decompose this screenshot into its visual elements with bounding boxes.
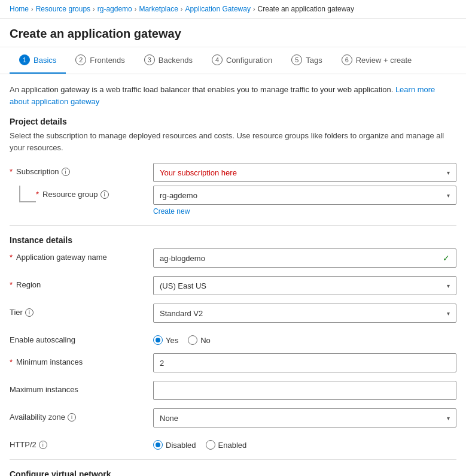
tab-num-4: 4 [212,54,223,65]
tab-tags[interactable]: 5 Tags [282,47,331,74]
breadcrumb-home[interactable]: Home [10,5,29,13]
tab-num-1: 1 [19,54,30,65]
page-title: Create an application gateway [0,19,466,47]
availability-zone-label: Availability zone i [10,408,153,422]
resource-group-create-new[interactable]: Create new [153,207,190,216]
gateway-name-label: * Application gateway name [10,248,153,262]
tab-label-review-create: Review + create [356,56,412,65]
subscription-dropdown[interactable]: Your subscription here ▾ [153,163,456,182]
resource-group-dropdown[interactable]: rg-agdemo ▾ [153,186,456,205]
resource-group-dropdown-arrow: ▾ [447,192,450,199]
subscription-dropdown-arrow: ▾ [447,169,450,176]
tab-num-6: 6 [342,54,352,65]
max-instances-input[interactable] [153,381,456,400]
http2-info-icon[interactable]: i [39,441,47,449]
availability-zone-control: None ▾ [153,408,456,428]
http2-enabled-option[interactable]: Enabled [206,440,247,450]
tab-bar: 1 Basics 2 Frontends 3 Backends 4 Config… [0,47,466,74]
availability-zone-row: Availability zone i None ▾ [10,408,456,428]
tab-configuration[interactable]: 4 Configuration [202,47,282,74]
autoscaling-yes-label: Yes [166,336,178,345]
min-instances-control: 2 [153,353,456,372]
http2-row: HTTP/2 i Disabled Enabled [10,436,456,450]
tab-basics[interactable]: 1 Basics [10,47,66,74]
min-instances-value: 2 [160,359,164,368]
resource-group-info-icon[interactable]: i [100,190,109,199]
min-instances-row: * Minimum instances 2 [10,353,456,372]
project-details-heading: Project details [10,117,456,126]
tab-label-backends: Backends [159,56,193,65]
divider-2 [10,459,456,460]
region-control: (US) East US ▾ [153,276,456,295]
autoscaling-no-option[interactable]: No [188,335,211,345]
region-value: (US) East US [160,281,206,290]
gateway-name-row: * Application gateway name ag-blogdemo ✓ [10,248,456,268]
tab-frontends[interactable]: 2 Frontends [66,47,135,74]
tab-label-configuration: Configuration [226,56,272,65]
tier-info-icon[interactable]: i [25,308,33,317]
divider-1 [10,225,456,226]
availability-zone-dropdown[interactable]: None ▾ [153,408,456,428]
autoscaling-yes-radio[interactable] [153,335,163,345]
tab-backends[interactable]: 3 Backends [135,47,202,74]
tab-num-5: 5 [291,54,302,65]
autoscaling-yes-option[interactable]: Yes [153,335,178,345]
breadcrumb-current: Create an application gateway [258,5,354,13]
breadcrumb-rg-agdemo[interactable]: rg-agdemo [98,5,132,13]
http2-disabled-option[interactable]: Disabled [153,440,196,450]
http2-radio-group: Disabled Enabled [153,436,456,450]
tab-review-create[interactable]: 6 Review + create [332,47,422,74]
main-content: An application gateway is a web traffic … [0,74,466,476]
availability-zone-info-icon[interactable]: i [68,413,76,422]
tier-row: Tier i Standard V2 ▾ [10,304,456,323]
http2-label: HTTP/2 i [10,436,153,449]
region-row: * Region (US) East US ▾ [10,276,456,295]
autoscaling-control: Yes No [153,331,456,345]
resource-group-row: * Resource group i rg-agdemo ▾ Create ne… [10,186,456,216]
tier-label: Tier i [10,304,153,317]
region-label: * Region [10,276,153,289]
tier-value: Standard V2 [160,309,203,318]
autoscaling-no-radio[interactable] [188,335,197,345]
tier-control: Standard V2 ▾ [153,304,456,323]
instance-details-heading: Instance details [10,235,456,245]
region-dropdown[interactable]: (US) East US ▾ [153,276,456,295]
breadcrumb: Home › Resource groups › rg-agdemo › Mar… [0,0,466,19]
learn-more-link[interactable]: Learn more [395,85,435,94]
http2-disabled-radio[interactable] [153,440,163,450]
gateway-name-control: ag-blogdemo ✓ [153,248,456,268]
breadcrumb-application-gateway[interactable]: Application Gateway [185,5,251,13]
min-instances-label: * Minimum instances [10,353,153,366]
resource-group-value: rg-agdemo [160,191,197,200]
breadcrumb-marketplace[interactable]: Marketplace [139,5,178,13]
tab-num-3: 3 [144,54,155,65]
http2-disabled-label: Disabled [166,441,196,450]
subscription-info-icon[interactable]: i [62,168,70,176]
subscription-required: * [10,167,13,176]
autoscaling-no-label: No [200,336,211,345]
gateway-name-input[interactable]: ag-blogdemo ✓ [153,248,456,268]
breadcrumb-resource-groups[interactable]: Resource groups [36,5,90,13]
info-description: An application gateway is a web traffic … [10,84,456,107]
tier-dropdown[interactable]: Standard V2 ▾ [153,304,456,323]
max-instances-row: Maximum instances [10,381,456,400]
gateway-name-value: ag-blogdemo [160,254,205,263]
tab-num-2: 2 [75,54,86,65]
subscription-row: * Subscription i Your subscription here … [10,163,456,182]
autoscaling-radio-group: Yes No [153,331,456,345]
max-instances-control [153,381,456,400]
subscription-value: Your subscription here [160,168,237,177]
http2-control: Disabled Enabled [153,436,456,450]
availability-zone-dropdown-arrow: ▾ [447,415,450,422]
max-instances-label: Maximum instances [10,381,153,394]
availability-zone-value: None [160,414,178,423]
tier-dropdown-arrow: ▾ [447,310,450,317]
tab-label-frontends: Frontends [90,56,125,65]
http2-enabled-label: Enabled [218,441,247,450]
project-details-desc: Select the subscription to manage deploy… [10,130,456,153]
resource-group-control: rg-agdemo ▾ Create new [153,186,456,216]
http2-enabled-radio[interactable] [206,440,215,450]
min-instances-input[interactable]: 2 [153,353,456,372]
tab-label-tags: Tags [306,56,322,65]
about-link[interactable]: about application gateway [10,97,99,106]
